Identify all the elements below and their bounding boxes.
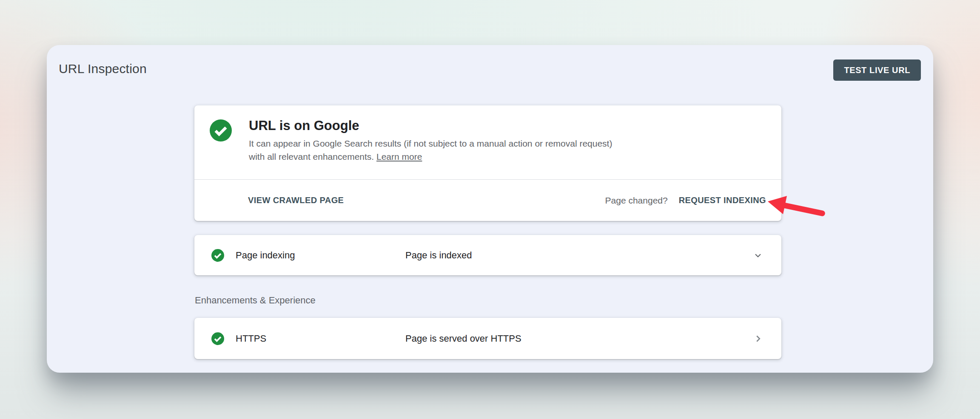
page-indexing-label: Page indexing: [236, 250, 295, 261]
chevron-down-icon[interactable]: [752, 250, 763, 261]
url-inspection-screen: URL Inspection TEST LIVE URL URL is on G…: [0, 0, 980, 419]
verdict-card-footer: VIEW CRAWLED PAGE Page changed? REQUEST …: [194, 179, 781, 221]
verdict-title: URL is on Google: [249, 117, 359, 134]
verdict-description-text: It can appear in Google Search results (…: [249, 139, 612, 161]
verdict-card-body: URL is on Google It can appear in Google…: [194, 105, 781, 179]
chevron-right-icon[interactable]: [752, 333, 763, 344]
learn-more-link[interactable]: Learn more: [376, 152, 422, 161]
page-indexing-row[interactable]: Page indexing Page is indexed: [194, 235, 781, 275]
check-circle-icon: [211, 249, 224, 262]
page-changed-label: Page changed?: [605, 195, 668, 206]
https-status: Page is served over HTTPS: [405, 333, 521, 344]
check-circle-icon: [210, 119, 232, 142]
verdict-card: URL is on Google It can appear in Google…: [194, 105, 781, 221]
request-indexing-link[interactable]: REQUEST INDEXING: [679, 195, 766, 205]
https-label: HTTPS: [236, 333, 266, 344]
verdict-description: It can appear in Google Search results (…: [249, 137, 614, 163]
test-live-url-button[interactable]: TEST LIVE URL: [833, 59, 921, 81]
check-circle-icon: [211, 332, 224, 345]
https-row[interactable]: HTTPS Page is served over HTTPS: [194, 318, 781, 359]
page-title: URL Inspection: [59, 61, 147, 76]
view-crawled-page-link[interactable]: VIEW CRAWLED PAGE: [248, 195, 344, 205]
url-inspection-panel: URL Inspection TEST LIVE URL URL is on G…: [47, 45, 933, 373]
page-indexing-status: Page is indexed: [405, 250, 472, 261]
enhancements-section-heading: Enhancements & Experience: [195, 295, 316, 306]
